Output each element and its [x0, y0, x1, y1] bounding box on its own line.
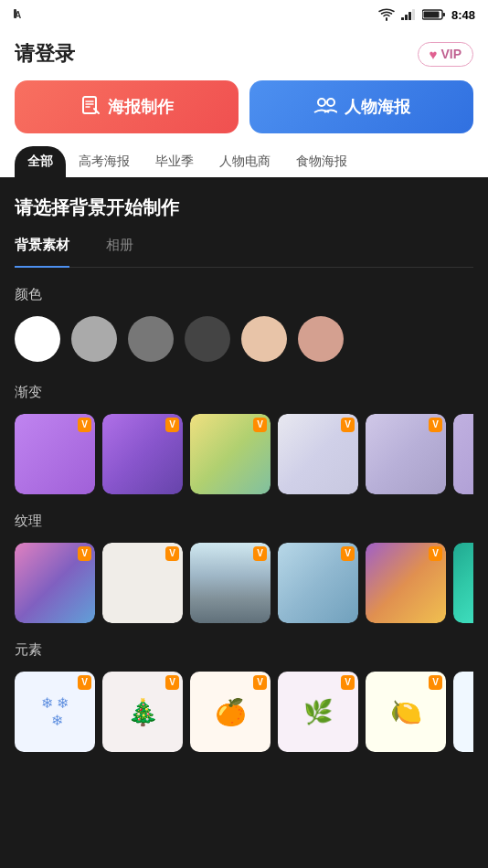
gradient-item-3[interactable]: V: [190, 414, 271, 494]
subtab-album[interactable]: 相册: [106, 237, 133, 259]
gradient-item-5[interactable]: V: [366, 414, 446, 494]
vip-heart-icon: ♥: [430, 47, 438, 62]
tab-food[interactable]: 食物海报: [283, 146, 360, 177]
vip-tag-t1: V: [78, 546, 91, 561]
texture-item-6[interactable]: V: [453, 543, 473, 623]
signal-icon: [400, 8, 417, 21]
vip-tag-e3: V: [253, 675, 267, 690]
vip-tag-4: V: [341, 418, 355, 432]
swatch-skin[interactable]: [241, 316, 287, 362]
tab-graduation[interactable]: 毕业季: [143, 146, 207, 177]
svg-rect-7: [423, 12, 439, 18]
element-grid: V V V V V V: [15, 672, 473, 752]
swatch-gray1[interactable]: [71, 316, 117, 362]
status-bar: A 8:48: [0, 0, 488, 29]
texture-section-label: 纹理: [15, 513, 473, 530]
poster-icon: [80, 95, 101, 120]
gradient-item-2[interactable]: V: [102, 414, 183, 494]
bg-title: 请选择背景开始制作: [15, 196, 473, 220]
texture-item-4[interactable]: V: [278, 543, 358, 623]
tab-all[interactable]: 全部: [15, 146, 66, 177]
element-item-1[interactable]: V: [15, 672, 95, 752]
top-section: 请登录 ♥ VIP 海报制作: [0, 29, 488, 177]
subtab-material[interactable]: 背景素材: [15, 237, 69, 268]
header: 请登录 ♥ VIP: [15, 40, 473, 68]
element-item-4[interactable]: V: [278, 672, 358, 752]
texture-grid: V V V V V V: [15, 543, 473, 623]
element-section-label: 元素: [15, 641, 473, 659]
gradient-section-label: 渐变: [15, 384, 473, 401]
vip-tag-e1: V: [78, 675, 91, 690]
color-section-label: 颜色: [15, 286, 473, 303]
element-item-2[interactable]: V: [102, 672, 183, 752]
svg-rect-8: [442, 13, 445, 16]
time-display: 8:48: [451, 8, 475, 22]
vip-button[interactable]: ♥ VIP: [418, 42, 473, 67]
status-right: 8:48: [378, 8, 475, 22]
element-item-3[interactable]: V: [190, 672, 271, 752]
vip-tag-t3: V: [253, 546, 267, 561]
svg-rect-9: [83, 97, 96, 113]
poster-label: 海报制作: [108, 96, 174, 118]
tab-gaokao[interactable]: 高考海报: [66, 146, 143, 177]
element-item-5[interactable]: V: [366, 672, 446, 752]
element-item-6[interactable]: V: [453, 672, 473, 752]
sub-tabs: 背景素材 相册: [15, 237, 473, 268]
action-buttons: 海报制作 人物海报: [15, 80, 473, 133]
vip-tag-t5: V: [429, 546, 442, 561]
svg-rect-3: [405, 15, 408, 20]
texture-item-5[interactable]: V: [366, 543, 446, 623]
svg-point-14: [327, 99, 334, 106]
carrier-icon: A: [13, 5, 29, 25]
gradient-grid: V V V V V V: [15, 414, 473, 494]
poster-button[interactable]: 海报制作: [15, 80, 239, 133]
svg-text:A: A: [15, 10, 21, 20]
vip-tag-3: V: [253, 418, 267, 432]
vip-tag-e5: V: [429, 675, 442, 690]
page-title: 请登录: [15, 40, 75, 68]
vip-tag-t4: V: [341, 546, 355, 561]
tab-ecommerce[interactable]: 人物电商: [207, 146, 283, 177]
color-swatches: [15, 316, 473, 362]
svg-rect-2: [401, 17, 404, 20]
swatch-white[interactable]: [15, 316, 60, 362]
gradient-item-1[interactable]: V: [15, 414, 95, 494]
vip-tag-e2: V: [165, 675, 179, 690]
vip-label: VIP: [440, 47, 461, 61]
swatch-gray2[interactable]: [128, 316, 174, 362]
texture-item-2[interactable]: V: [102, 543, 183, 623]
character-button[interactable]: 人物海报: [249, 80, 473, 133]
svg-rect-4: [408, 12, 411, 20]
svg-rect-5: [412, 9, 415, 20]
character-label: 人物海报: [345, 96, 410, 118]
battery-icon: [422, 8, 446, 21]
swatch-gray3[interactable]: [185, 316, 230, 362]
vip-tag-2: V: [165, 418, 179, 432]
gradient-item-4[interactable]: V: [278, 414, 358, 494]
gradient-item-6[interactable]: V: [453, 414, 473, 494]
category-tabs: 全部 高考海报 毕业季 人物电商 食物海报: [15, 146, 473, 177]
swatch-skin2[interactable]: [298, 316, 344, 362]
vip-tag-t2: V: [165, 546, 179, 561]
vip-tag-5: V: [429, 418, 442, 432]
vip-tag-e4: V: [341, 675, 355, 690]
vip-tag-1: V: [78, 418, 91, 432]
wifi-icon: [378, 8, 395, 21]
character-icon: [313, 97, 337, 118]
bg-content: 请选择背景开始制作 背景素材 相册 颜色 渐变 V V V: [0, 177, 488, 817]
texture-item-3[interactable]: V: [190, 543, 271, 623]
texture-item-1[interactable]: V: [15, 543, 95, 623]
svg-point-13: [318, 99, 325, 106]
